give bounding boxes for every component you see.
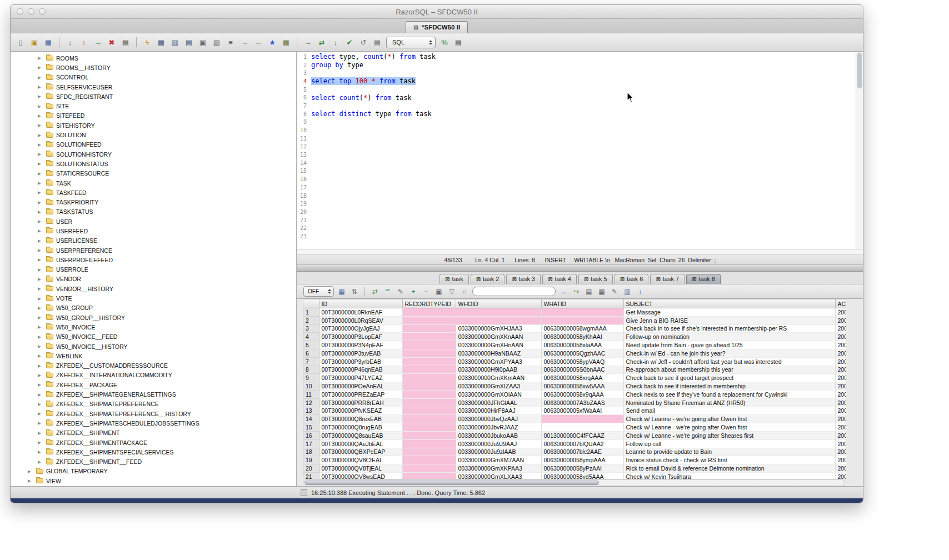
table-cell[interactable]: 2008 (835, 423, 846, 432)
execute-statement-icon[interactable]: → (303, 37, 313, 47)
tree-item-view[interactable]: ▶VIEW (11, 476, 296, 486)
table-cell[interactable]: Invoice status check - check w/ RS first (623, 456, 835, 464)
table-cell[interactable]: 2008 (835, 374, 846, 382)
column-header-id[interactable]: ID (319, 299, 402, 308)
table-cell[interactable]: 2008 (835, 341, 846, 349)
table-cell[interactable]: 2008 (835, 357, 846, 366)
table-cell[interactable]: 00T3000000QV8TjEAL (319, 464, 402, 473)
table-cell[interactable]: Check-in w/ Jeff - couldn't afford last … (623, 357, 835, 366)
check-syntax-icon[interactable]: ✔ (344, 37, 354, 47)
editor-horizontal-scrollbar[interactable] (297, 249, 863, 255)
tree-item-staticresource[interactable]: ▶STATICRESOURCE (11, 169, 296, 178)
table-cell[interactable]: 006300000058x9qAAA (541, 390, 623, 398)
table-cell[interactable]: 00T3000000P3LopEAF (319, 333, 402, 341)
table-cell[interactable]: 2008 (835, 324, 846, 333)
table-cell[interactable]: 00T3000000QAeJbEAL (319, 439, 402, 448)
table-cell[interactable]: Check back in to see if she's interested… (623, 324, 835, 333)
tree-item-solution[interactable]: ▶SOLUTION (11, 130, 296, 139)
column-header-subject[interactable]: SUBJECT (623, 299, 835, 308)
table-cell[interactable]: 0033000000GmXKPAA3 (456, 464, 541, 473)
disclosure-triangle-icon[interactable]: ▶ (38, 94, 45, 99)
table-cell[interactable]: Give Jenn a BIG RAISE (623, 316, 835, 324)
table-cell[interactable]: 00T3000000PRR8rEAH (319, 398, 402, 407)
table-cell[interactable]: 2008 (835, 308, 846, 317)
table-cell[interactable]: 00T3000000Q8rugEAB (319, 423, 402, 432)
table-cell[interactable]: 00T3000000P46qnEAB (319, 366, 402, 374)
table-cell[interactable]: 2008 (835, 333, 846, 341)
goto-row-icon[interactable]: ↪ (572, 287, 581, 296)
format-sql-icon[interactable]: ≡ (226, 37, 236, 47)
delete-row-icon[interactable]: − (422, 287, 431, 296)
results-search-input[interactable] (472, 287, 556, 296)
table-cell[interactable]: 00T3000000P3N4pEAF (319, 341, 402, 349)
table-cell[interactable] (402, 341, 456, 349)
disclosure-triangle-icon[interactable]: ▶ (38, 411, 45, 416)
tree-item-zkfedex-shipmatepreference[interactable]: ▶ZKFEDEX__SHIPMATEPREFERENCE (11, 399, 296, 409)
table-cell[interactable] (402, 472, 456, 478)
tree-item-zkfedex-shipment-feed[interactable]: ▶ZKFEDEX__SHIPMENT__FEED (11, 457, 296, 466)
table-cell[interactable]: 00630000007A3bZAAS (541, 398, 623, 407)
reexecute-icon[interactable]: ⇄ (317, 37, 327, 47)
table-cell[interactable]: 2008 (835, 407, 846, 415)
tab-close-icon[interactable]: ⊠ (692, 276, 696, 282)
tree-item-task[interactable]: ▶TASK (11, 178, 296, 188)
table-cell[interactable]: 2008 (835, 316, 846, 324)
table-cell[interactable]: 0033000000Ju9zlAAB (456, 448, 541, 456)
disclosure-triangle-icon[interactable]: ▶ (38, 257, 45, 262)
tree-item-zkfedex-shipmatepreference-history[interactable]: ▶ZKFEDEX__SHIPMATEPREFERENCE__HISTORY (11, 409, 296, 418)
result-tab-task-3[interactable]: ⊠task 3 (506, 274, 541, 284)
table-cell[interactable]: 0033000000GmXPYAA3 (456, 357, 541, 366)
quote-results-icon[interactable]: “” (383, 287, 392, 296)
print-icon[interactable]: ▤ (121, 37, 131, 47)
disclosure-triangle-icon[interactable]: ▶ (38, 248, 45, 253)
query-builder-icon[interactable]: ▦ (281, 37, 291, 47)
tree-item-selfserviceuser[interactable]: ▶SELFSERVICEUSER (11, 82, 296, 92)
table-cell[interactable]: 00T3000000PfvKSEAZ (319, 407, 402, 415)
insert-row-icon[interactable]: + (409, 287, 418, 296)
sql-editor[interactable]: 1select type, count(*) from task2group b… (297, 52, 863, 249)
table-cell[interactable]: Check w/ Leanne - we're going after Shea… (623, 431, 835, 439)
disclosure-triangle-icon[interactable]: ▶ (38, 75, 45, 80)
tree-item-zkfedex-shipmentspecialservices[interactable]: ▶ZKFEDEX__SHIPMENTSPECIALSERVICES (11, 447, 296, 457)
scroll-to-end-icon[interactable]: ↓ (636, 287, 645, 296)
paste-icon[interactable]: ▧ (212, 37, 222, 47)
tree-item-zkfedex-internationalcommodity[interactable]: ▶ZKFEDEX__INTERNATIONALCOMMODITY (11, 371, 296, 380)
table-cell[interactable]: 00T3000000QV8CfEAL (319, 456, 402, 464)
outdent-icon[interactable]: ← (253, 37, 263, 47)
results-horizontal-scrollbar[interactable] (303, 479, 845, 486)
table-cell[interactable]: 0033000000GmXHJAA3 (456, 324, 541, 333)
table-cell[interactable]: Check w/ Leanne - we're going after Owen… (623, 423, 835, 432)
tree-item-vote[interactable]: ▶VOTE (11, 293, 296, 303)
minimize-button[interactable] (28, 8, 34, 15)
editor-results-splitter[interactable] (297, 265, 863, 272)
column-header-whoid[interactable]: WHOID (456, 299, 541, 308)
tree-item-rooms-history[interactable]: ▶ROOMS__HISTORY (11, 63, 296, 72)
tree-item-vendor[interactable]: ▶VENDOR (11, 274, 296, 284)
result-tab-task-4[interactable]: ⊠task 4 (542, 274, 577, 284)
table-cell[interactable]: 00T3000000L0RknEAF (319, 308, 402, 317)
tree-item-zkfedex-shipment[interactable]: ▶ZKFEDEX__SHIPMENT (11, 428, 296, 438)
tab-close-icon[interactable]: ⊠ (548, 276, 552, 282)
result-tab-task-5[interactable]: ⊠task 5 (578, 274, 613, 284)
disclosure-triangle-icon[interactable]: ▶ (38, 152, 45, 157)
tree-item-zkfedex-customaddresssource[interactable]: ▶ZKFEDEX__CUSTOMADDRESSSOURCE (11, 361, 296, 371)
table-cell[interactable]: 2008 (835, 456, 846, 464)
table-cell[interactable] (402, 415, 456, 423)
table-cell[interactable]: 00T3000000P3yrbEAB (319, 357, 402, 366)
tree-item-zkfedex-shipmatescheduledjobssettings[interactable]: ▶ZKFEDEX__SHIPMATESCHEDULEDJOBSSETTINGS (11, 418, 296, 428)
table-cell[interactable]: Need update from Bain - gave go ahead 1/… (623, 341, 835, 349)
scrollbar-thumb[interactable] (304, 481, 599, 485)
tab-close-icon[interactable]: ⊠ (656, 276, 660, 282)
disclosure-triangle-icon[interactable]: ▶ (28, 478, 35, 483)
table-cell[interactable]: 2008 (835, 366, 846, 374)
table-cell[interactable]: 006300000058xrqAAA (541, 374, 623, 382)
table-cell[interactable]: Send email (623, 407, 835, 415)
disclosure-triangle-icon[interactable]: ▶ (38, 363, 45, 368)
table-cell[interactable]: 0033000000H9aNBAAZ (456, 349, 541, 357)
table-cell[interactable]: 00630000007blQUAA2 (541, 439, 623, 448)
table-cell[interactable] (402, 382, 456, 391)
table-cell[interactable]: 006300000058yKhAAI (541, 333, 623, 341)
tab-close-icon[interactable]: ⊠ (413, 24, 418, 31)
column-header-ac[interactable]: AC (835, 299, 846, 308)
filter-results-icon[interactable]: ▽ (447, 287, 456, 296)
